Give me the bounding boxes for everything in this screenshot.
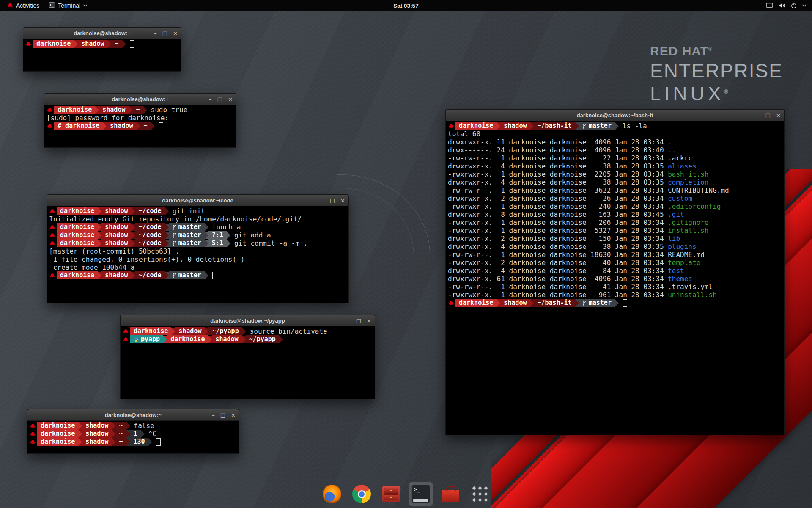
volume-icon[interactable] [779, 3, 785, 8]
redhat-prompt-icon [30, 423, 37, 428]
powerline-separator [137, 122, 140, 130]
window-titlebar[interactable]: darknoise@shadow:~/pyapp–□× [121, 315, 375, 326]
maximize-button[interactable]: □ [356, 318, 361, 323]
redhat-prompt-icon [30, 431, 37, 436]
terminal-content[interactable]: darknoiseshadow~/pyappsource bin/activat… [121, 326, 375, 343]
dock-item-app-grid[interactable] [468, 482, 492, 506]
prompt-segment-code: 130 [130, 438, 148, 446]
dock-item-toolbox[interactable] [438, 482, 463, 506]
powerline-separator [143, 106, 147, 114]
activities-button[interactable]: Activities [3, 0, 44, 11]
dock-item-terminal[interactable]: >_ [409, 482, 433, 506]
powerline-separator [131, 240, 135, 247]
output-text: drwxrwxr-x. 4 darknoise darknoise 38 Jan… [448, 162, 668, 170]
redhat-prompt-icon [448, 124, 455, 128]
terminal-window-code[interactable]: darknoise@shadow:~/code–□×darknoiseshado… [47, 194, 349, 303]
terminal-window-pyapp[interactable]: darknoise@shadow:~/pyapp–□×darknoiseshad… [120, 315, 375, 399]
redhat-logo-icon [7, 2, 13, 9]
close-button[interactable]: × [228, 97, 233, 102]
minimize-button[interactable]: – [212, 412, 215, 418]
terminal-content[interactable]: darknoiseshadow~ [23, 39, 181, 48]
terminal-content[interactable]: darknoiseshadow~sudo true[sudo] password… [44, 105, 236, 130]
prompt-segment-host: shadow [82, 422, 112, 430]
command-text: git commit -a -m . [230, 239, 307, 247]
executable-name: template [668, 259, 700, 267]
prompt-segment-git: master [169, 271, 205, 279]
dock: >_ [320, 482, 492, 506]
window-titlebar[interactable]: darknoise@shadow:~–□× [27, 409, 239, 421]
terminal-window-exitcodes[interactable]: darknoise@shadow:~–□×darknoiseshadow~fal… [27, 409, 239, 454]
terminal-line: drwxrwxr-x. 8 darknoise darknoise 163 Ja… [448, 210, 784, 218]
terminal-window-sudo[interactable]: darknoise@shadow:~–□×darknoiseshadow~sud… [44, 93, 236, 148]
window-titlebar[interactable]: darknoise@shadow:~–□× [44, 94, 236, 105]
prompt-segment-user: darknoise [455, 122, 497, 130]
terminal-window-bash-it[interactable]: darknoise@shadow:~/bash-it–□×darknoisesh… [445, 109, 785, 435]
close-button[interactable]: × [231, 412, 236, 418]
terminal-content[interactable]: darknoiseshadow~/bash-itmasterls -latota… [446, 121, 784, 307]
maximize-button[interactable]: □ [765, 113, 771, 118]
terminal-window-home-1[interactable]: darknoise@shadow:~–□×darknoiseshadow~ [23, 27, 181, 72]
close-button[interactable]: × [367, 318, 371, 323]
output-text: create mode 100644 a [49, 263, 134, 271]
prompt-segment-stat: ?:1 [208, 231, 227, 239]
minimize-button[interactable]: – [757, 113, 760, 118]
prompt-segment-user: # darknoise [54, 122, 103, 130]
clock[interactable]: Sat 03:57 [393, 3, 418, 9]
app-menu-terminal[interactable]: Terminal [44, 0, 92, 11]
terminal-line: drwxrwxr-x. 2 darknoise darknoise 26 Jan… [448, 194, 784, 202]
maximize-button[interactable]: □ [330, 198, 335, 203]
close-button[interactable]: × [776, 113, 781, 118]
prompt-segment-user: darknoise [37, 438, 78, 446]
minimize-button[interactable]: – [321, 198, 324, 203]
powerline-separator [112, 438, 115, 446]
window-titlebar[interactable]: darknoise@shadow:~/code–□× [47, 195, 348, 206]
command-text: false [130, 422, 154, 430]
minimize-button[interactable]: – [209, 97, 212, 102]
display-icon[interactable] [766, 3, 773, 8]
terminal-content[interactable]: darknoiseshadow~falsedarknoiseshadow~1^C… [27, 421, 239, 446]
output-text: [sudo] password for darknoise: [47, 114, 169, 122]
system-status-area[interactable] [766, 0, 812, 11]
prompt-segment-host: shadow [102, 207, 131, 215]
redhat-prompt-icon [30, 439, 37, 444]
close-button[interactable]: × [173, 30, 178, 36]
terminal-line: darknoiseshadow~/pyappsource bin/activat… [123, 327, 375, 335]
dock-item-firefox[interactable] [320, 482, 344, 506]
powerline-separator [103, 122, 107, 130]
window-titlebar[interactable]: darknoise@shadow:~–□× [23, 28, 181, 39]
prompt-segment-host: shadow [212, 335, 241, 343]
powerline-separator [279, 336, 283, 343]
power-icon[interactable] [791, 3, 797, 8]
maximize-button[interactable]: □ [162, 30, 167, 36]
terminal-content[interactable]: darknoiseshadow~/codegit initInitialized… [47, 206, 348, 279]
terminal-line: darknoiseshadow~/codemastertouch a [49, 223, 348, 231]
powerline-separator [126, 438, 130, 446]
powerline-separator [575, 122, 579, 130]
window-controls: –□× [212, 409, 236, 420]
maximize-button[interactable]: □ [217, 97, 222, 102]
powerline-separator [98, 272, 102, 279]
minimize-button[interactable]: – [154, 30, 157, 36]
output-text: drwxrwxr-x. 11 darknoise darknoise 4096 … [448, 138, 668, 146]
directory-name: themes [668, 275, 692, 283]
powerline-separator [141, 430, 145, 438]
prompt-segment-git: master [579, 122, 615, 130]
output-text: -rwxrwxr-x. 1 darknoise darknoise 240 Ja… [448, 202, 668, 210]
window-titlebar[interactable]: darknoise@shadow:~/bash-it–□× [446, 110, 784, 121]
chrome-icon [352, 485, 371, 503]
prompt-segment-path: ~/bash-it [534, 299, 575, 307]
window-title: darknoise@shadow:~ [105, 412, 162, 418]
terminal-line: -rwxrwxr-x. 1 darknoise darknoise 240 Ja… [448, 202, 784, 210]
terminal-line: darknoiseshadow~false [30, 422, 239, 430]
close-button[interactable]: × [340, 198, 345, 203]
powerline-separator [165, 272, 169, 279]
prompt-segment-path: ~/code [135, 223, 165, 231]
dock-item-chrome[interactable] [349, 482, 374, 506]
command-text: ls -la [619, 122, 647, 130]
powerline-separator [497, 299, 500, 307]
dock-item-files[interactable] [379, 482, 403, 506]
output-text: -rwxrwxr-x. 1 darknoise darknoise 5327 J… [448, 226, 668, 235]
directory-name: plugins [668, 243, 696, 251]
minimize-button[interactable]: – [348, 318, 351, 323]
maximize-button[interactable]: □ [220, 412, 225, 418]
